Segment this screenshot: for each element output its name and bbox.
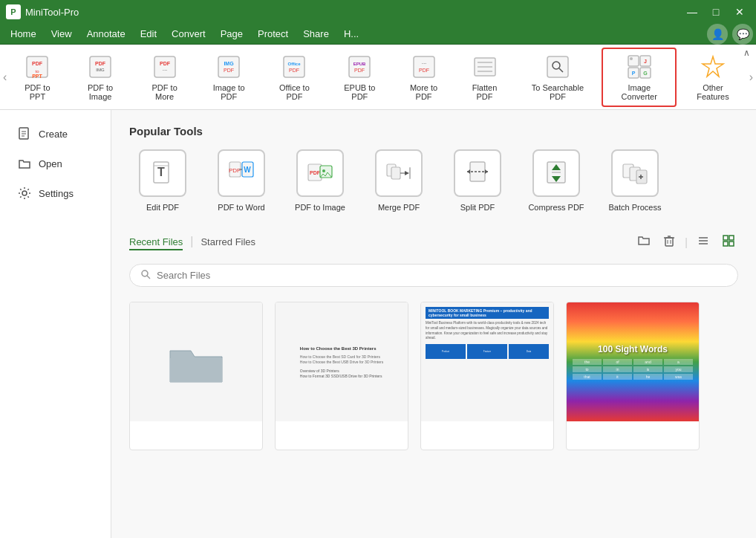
pdf-to-word-icon-box: PDF W [218, 149, 265, 197]
pdf-to-image-icon-box: PDF [296, 149, 344, 197]
tool-pdf-to-image-label: PDF to Image [295, 203, 345, 212]
toolbar-pdf-to-image[interactable]: PDF IMG PDF to Image [68, 48, 132, 107]
file-card-2[interactable]: How to Choose the Best 3D Printers How t… [275, 302, 408, 450]
sidebar-create-label: Create [39, 129, 68, 140]
compress-pdf-icon-box [532, 149, 580, 197]
search-input[interactable] [157, 270, 727, 281]
svg-text:PDF: PDF [354, 68, 365, 73]
toolbar-collapse-button[interactable]: ∧ [737, 45, 756, 61]
tab-divider: | [190, 235, 193, 250]
menu-share[interactable]: Share [296, 25, 336, 42]
svg-rect-26 [547, 56, 568, 77]
other-features-icon [700, 54, 726, 80]
grid-view-button[interactable] [719, 233, 738, 252]
tool-merge-pdf-label: Merge PDF [378, 203, 420, 212]
menu-home[interactable]: Home [3, 25, 44, 42]
svg-rect-82 [729, 236, 734, 240]
tab-starred-files[interactable]: Starred Files [201, 235, 255, 250]
recent-files-section: Recent Files | Starred Files [129, 233, 738, 450]
maximize-button[interactable]: □ [706, 4, 726, 20]
svg-rect-83 [723, 242, 728, 246]
split-pdf-icon-box [454, 149, 501, 197]
svg-point-42 [22, 191, 27, 195]
menu-convert[interactable]: Convert [164, 25, 213, 42]
tool-compress-pdf[interactable]: Compress PDF [523, 149, 590, 212]
svg-rect-4 [90, 56, 111, 77]
sidebar-item-settings[interactable]: Settings [6, 179, 105, 207]
open-folder-button[interactable] [634, 233, 654, 252]
batch-process-icon-box [611, 149, 659, 197]
file-card-4[interactable]: 100 Sight Words the of and a to in is yo… [566, 302, 700, 450]
svg-text:PDF: PDF [310, 170, 321, 175]
svg-rect-84 [729, 242, 734, 246]
flatten-pdf-icon [472, 54, 498, 80]
tool-pdf-to-word[interactable]: PDF W PDF to Word [208, 149, 275, 212]
svg-text:T: T [157, 166, 165, 178]
menu-view[interactable]: View [44, 25, 79, 42]
popular-tools-title: Popular Tools [129, 125, 738, 137]
popular-tools-section: Popular Tools T Edit PDF [129, 125, 738, 212]
tab-recent-files[interactable]: Recent Files [129, 235, 183, 250]
more-to-pdf-icon: ··· PDF [411, 54, 437, 80]
svg-rect-59 [409, 167, 411, 179]
edit-pdf-icon-box: T [139, 149, 186, 197]
toolbar-epub-to-pdf[interactable]: EPUB PDF EPUB to PDF [328, 48, 392, 107]
toolbar-office-to-pdf[interactable]: Office PDF Office to PDF [263, 48, 326, 107]
svg-text:PDF: PDF [289, 68, 299, 73]
menu-protect[interactable]: Protect [250, 25, 296, 42]
toolbar-pdf-to-more-label: PDF to More [142, 83, 188, 101]
delete-button[interactable] [659, 233, 679, 252]
tool-edit-pdf-label: Edit PDF [146, 203, 179, 212]
menu-annotate[interactable]: Annotate [79, 25, 133, 42]
svg-text:J: J [644, 59, 647, 64]
file-thumb-4: 100 Sight Words the of and a to in is yo… [567, 302, 699, 421]
toolbar-more-to-pdf[interactable]: ··· PDF More to PDF [394, 48, 454, 107]
toolbar-pdf-to-more[interactable]: PDF ··· PDF to More [134, 48, 195, 107]
file-card-3[interactable]: MINITOOL BOOK MARKETING Premium – produc… [420, 302, 554, 450]
tool-batch-process[interactable]: Batch Process [602, 149, 668, 212]
file-thumb-3: MINITOOL BOOK MARKETING Premium – produc… [421, 302, 553, 421]
tool-merge-pdf[interactable]: Merge PDF [365, 149, 432, 212]
svg-text:PDF: PDF [229, 167, 241, 174]
tool-pdf-to-word-label: PDF to Word [218, 203, 264, 212]
svg-marker-63 [485, 169, 488, 174]
sidebar: Create Open Settings [0, 110, 111, 538]
svg-text:PDF: PDF [419, 68, 429, 73]
toolbar-prev-button[interactable]: ‹ [1, 48, 8, 106]
file-thumb-2: How to Choose the Best 3D Printers How t… [276, 302, 408, 421]
toolbar-flatten-pdf[interactable]: Flatten PDF [455, 48, 513, 107]
svg-text:IMG: IMG [96, 68, 105, 72]
svg-text:···: ··· [162, 67, 167, 74]
svg-text:Office: Office [288, 62, 302, 66]
close-button[interactable]: ✕ [729, 4, 750, 20]
file-card-1[interactable] [129, 302, 263, 450]
pdf-to-more-icon: PDF ··· [151, 54, 178, 80]
minimize-button[interactable]: — [682, 4, 703, 20]
toolbar-searchable-pdf[interactable]: To Searchable PDF [515, 48, 601, 107]
tool-split-pdf[interactable]: Split PDF [444, 149, 511, 212]
tools-grid: T Edit PDF PDF W [129, 149, 738, 212]
svg-text:PDF: PDF [160, 61, 171, 66]
toolbar-pdf-to-image-label: PDF to Image [75, 83, 125, 101]
toolbar-pdf-to-ppt-label: PDF to PPT [16, 83, 59, 101]
message-icon[interactable]: 💬 [732, 24, 753, 45]
toolbar-image-to-pdf[interactable]: IMG PDF Image to PDF [197, 48, 261, 107]
sidebar-item-open[interactable]: Open [6, 149, 105, 178]
menu-page[interactable]: Page [213, 25, 250, 42]
menu-edit[interactable]: Edit [133, 25, 164, 42]
sidebar-item-create[interactable]: Create [6, 120, 105, 148]
list-view-button[interactable] [694, 233, 713, 252]
menu-help[interactable]: H... [336, 25, 366, 42]
window-controls: — □ ✕ [682, 4, 750, 20]
image-converter-icon: J P G [626, 54, 653, 80]
tool-edit-pdf[interactable]: T Edit PDF [129, 149, 196, 212]
toolbar: ‹ PDF to PPT PDF to PPT PDF IMG [0, 45, 756, 110]
image-to-pdf-icon: IMG PDF [215, 54, 242, 80]
user-avatar[interactable]: 👤 [707, 24, 728, 45]
tool-pdf-to-image[interactable]: PDF PDF to Image [287, 149, 353, 212]
toolbar-image-converter[interactable]: J P G Image Converter [602, 48, 677, 107]
searchable-pdf-icon [544, 54, 571, 80]
svg-rect-56 [391, 167, 400, 179]
svg-text:IMG: IMG [224, 61, 235, 66]
toolbar-pdf-to-ppt[interactable]: PDF to PPT PDF to PPT [8, 48, 66, 107]
